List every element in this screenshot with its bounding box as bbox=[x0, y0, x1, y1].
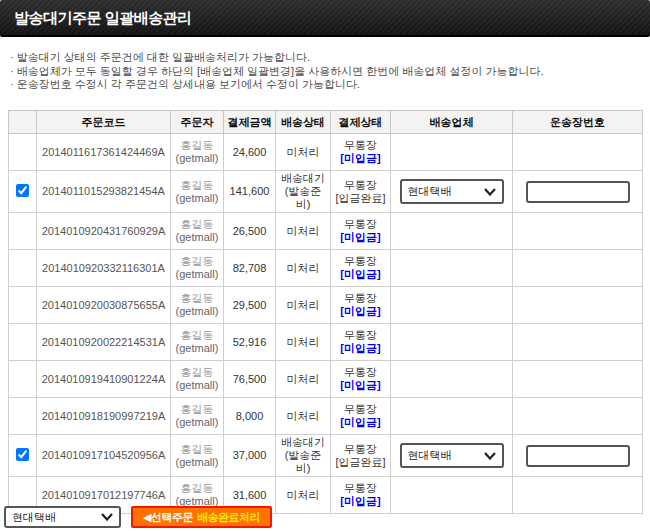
shipping-status-cell: 미처리 bbox=[276, 287, 331, 324]
orderer-name: 홍길동 bbox=[173, 179, 221, 192]
payment-method: 무통장 bbox=[333, 255, 388, 268]
ship-complete-button[interactable]: ◀ 선택주문 배송완료처리 bbox=[131, 506, 272, 528]
orderer-id: (getmall) bbox=[173, 456, 221, 469]
page-title-bar: 발송대기주문 일괄배송관리 bbox=[0, 0, 650, 37]
payment-method: 무통장 bbox=[333, 218, 388, 231]
order-code-cell: 2014010920431760929A bbox=[37, 213, 171, 250]
payment-amount-cell: 29,500 bbox=[224, 287, 276, 324]
shipping-status-line1: 미처리 bbox=[278, 489, 328, 502]
payment-method: 무통장 bbox=[333, 292, 388, 305]
orderer-id: (getmall) bbox=[173, 268, 221, 281]
invoice-number-input[interactable] bbox=[526, 181, 630, 203]
payment-amount-cell: 26,500 bbox=[224, 213, 276, 250]
table-row: 2014010920022214531A 홍길동 (getmall) 52,91… bbox=[9, 324, 643, 361]
shipping-status-cell: 미처리 bbox=[276, 398, 331, 435]
orderer-name: 홍길동 bbox=[173, 139, 221, 152]
checkbox-cell bbox=[9, 361, 37, 398]
invoice-cell bbox=[513, 398, 643, 435]
bulk-carrier-select-value: 현대택배 bbox=[12, 510, 56, 525]
row-select-checkbox[interactable] bbox=[16, 448, 29, 461]
payment-method: 무통장 bbox=[333, 139, 388, 152]
checkbox-cell bbox=[9, 250, 37, 287]
chevron-down-icon bbox=[101, 513, 113, 521]
bulk-carrier-select[interactable]: 현대택배 bbox=[4, 506, 121, 528]
invoice-cell bbox=[513, 250, 643, 287]
note-line: · 배송업체가 모두 동일할 경우 하단의 [배송업체 일괄변경]을 사용하시면… bbox=[10, 65, 544, 79]
carrier-select[interactable]: 현대택배 bbox=[400, 179, 504, 204]
invoice-cell bbox=[513, 134, 643, 171]
payment-amount-cell: 76,500 bbox=[224, 361, 276, 398]
order-code: 2014010920332116301A bbox=[42, 262, 165, 274]
payment-status: [입금완료] bbox=[333, 456, 388, 469]
ship-complete-button-label-2: 배송완료처리 bbox=[197, 510, 260, 525]
carrier-cell: 현대택배 bbox=[391, 435, 513, 477]
table-header-row: 주문코드주문자결제금액배송상태결제상태배송업체운송장번호 bbox=[9, 111, 643, 134]
carrier-cell bbox=[391, 477, 513, 514]
order-code: 2014010919410901224A bbox=[42, 373, 166, 385]
orders-table: 주문코드주문자결제금액배송상태결제상태배송업체운송장번호 20140116173… bbox=[8, 110, 643, 514]
shipping-status-cell: 미처리 bbox=[276, 250, 331, 287]
orderer-name: 홍길동 bbox=[173, 255, 221, 268]
column-header: 결제금액 bbox=[224, 111, 276, 134]
carrier-select[interactable]: 현대택배 bbox=[400, 443, 504, 468]
orderer-name: 홍길동 bbox=[173, 403, 221, 416]
column-header: 배송업체 bbox=[391, 111, 513, 134]
orderer-id: (getmall) bbox=[173, 231, 221, 244]
order-code: 2014010917012197746A bbox=[42, 489, 166, 501]
payment-status-cell: 무통장 [미입금] bbox=[331, 250, 391, 287]
carrier-select-value: 현대택배 bbox=[408, 449, 452, 462]
orderer-id: (getmall) bbox=[173, 379, 221, 392]
payment-status-cell: 무통장 [미입금] bbox=[331, 213, 391, 250]
invoice-cell bbox=[513, 324, 643, 361]
shipping-status-cell: 미처리 bbox=[276, 477, 331, 514]
payment-amount: 8,000 bbox=[236, 410, 264, 422]
orderer-cell: 홍길동 (getmall) bbox=[171, 250, 224, 287]
shipping-status-line1: 미처리 bbox=[278, 373, 328, 386]
payment-status-cell: 무통장 [미입금] bbox=[331, 134, 391, 171]
payment-status: [미입금] bbox=[333, 379, 388, 392]
payment-amount: 29,500 bbox=[233, 299, 267, 311]
payment-amount: 37,000 bbox=[233, 449, 267, 461]
order-code: 2014010920030875655A bbox=[42, 299, 166, 311]
column-header: 주문자 bbox=[171, 111, 224, 134]
carrier-cell bbox=[391, 324, 513, 361]
shipping-status-cell: 미처리 bbox=[276, 134, 331, 171]
order-code: 2014011617361424469A bbox=[42, 146, 165, 158]
shipping-status-line1: 미처리 bbox=[278, 336, 328, 349]
order-code-cell: 2014010918190997219A bbox=[37, 398, 171, 435]
payment-status: [미입금] bbox=[333, 342, 388, 355]
orderer-id: (getmall) bbox=[173, 192, 221, 205]
shipping-status-line2: (발송준비) bbox=[278, 185, 328, 211]
row-select-checkbox[interactable] bbox=[16, 184, 29, 197]
payment-amount-cell: 37,000 bbox=[224, 435, 276, 477]
shipping-status-line1: 미처리 bbox=[278, 225, 328, 238]
carrier-cell bbox=[391, 361, 513, 398]
payment-amount: 82,708 bbox=[233, 262, 267, 274]
payment-status: [미입금] bbox=[333, 152, 388, 165]
column-header: 운송장번호 bbox=[513, 111, 643, 134]
orderer-cell: 홍길동 (getmall) bbox=[171, 361, 224, 398]
carrier-cell bbox=[391, 287, 513, 324]
table-row: 2014010920332116301A 홍길동 (getmall) 82,70… bbox=[9, 250, 643, 287]
orderer-cell: 홍길동 (getmall) bbox=[171, 171, 224, 213]
invoice-cell bbox=[513, 213, 643, 250]
checkbox-cell bbox=[9, 398, 37, 435]
orders-table-wrap: 주문코드주문자결제금액배송상태결제상태배송업체운송장번호 20140116173… bbox=[8, 110, 643, 514]
order-code-cell: 2014011015293821454A bbox=[37, 171, 171, 213]
order-code-cell: 2014010920022214531A bbox=[37, 324, 171, 361]
note-line: · 운송장번호 수정시 각 주문건의 상세내용 보기에서 수정이 가능합니다. bbox=[10, 78, 544, 92]
shipping-status-line1: 미처리 bbox=[278, 299, 328, 312]
shipping-status-cell: 배송대기 (발송준비) bbox=[276, 171, 331, 213]
table-row: 2014011617361424469A 홍길동 (getmall) 24,60… bbox=[9, 134, 643, 171]
payment-amount: 24,600 bbox=[233, 146, 267, 158]
checkbox-cell bbox=[9, 213, 37, 250]
orderer-cell: 홍길동 (getmall) bbox=[171, 287, 224, 324]
invoice-number-input[interactable] bbox=[526, 445, 630, 467]
carrier-select-value: 현대택배 bbox=[408, 185, 452, 198]
orderer-id: (getmall) bbox=[173, 342, 221, 355]
column-header: 배송상태 bbox=[276, 111, 331, 134]
page-title: 발송대기주문 일괄배송관리 bbox=[0, 0, 650, 28]
table-row: 2014010920431760929A 홍길동 (getmall) 26,50… bbox=[9, 213, 643, 250]
order-code: 2014010920022214531A bbox=[42, 336, 166, 348]
payment-status-cell: 무통장 [미입금] bbox=[331, 477, 391, 514]
